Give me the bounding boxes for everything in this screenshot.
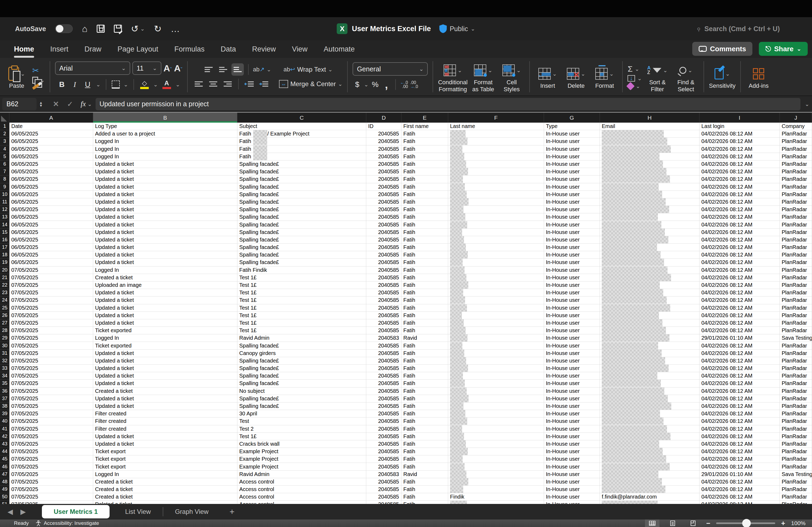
cell[interactable]: 2040585 <box>366 372 402 380</box>
cell[interactable]: Added a user to a project <box>93 130 237 138</box>
autosum-chevron-icon[interactable]: ⌄ <box>635 66 639 72</box>
cell[interactable]: PlanRadar <box>780 153 812 161</box>
cell[interactable] <box>448 403 544 410</box>
row-header-9[interactable]: 9 <box>0 183 10 191</box>
column-header-D[interactable]: D <box>366 113 402 123</box>
cell[interactable]: In-House user <box>544 221 600 228</box>
cell[interactable]: 2040585 <box>366 130 402 138</box>
cell[interactable]: Fatih <box>402 380 448 387</box>
cell[interactable]: Deleted a ticket <box>93 501 237 504</box>
cell[interactable]: Fatih <box>402 244 448 251</box>
cell[interactable]: PlanRadar <box>780 297 812 304</box>
row-header-49[interactable]: 49 <box>0 486 10 493</box>
font-color-chevron-icon[interactable]: ⌄ <box>176 82 180 87</box>
cell[interactable] <box>448 327 544 334</box>
cell[interactable]: Access control <box>237 501 366 504</box>
cell[interactable]: 07/05/2025 <box>10 403 93 410</box>
underline-button[interactable]: U <box>83 80 92 89</box>
cell[interactable]: Spalling facade£ <box>237 395 366 403</box>
cell[interactable]: 2040585 <box>366 229 402 236</box>
column-header-E[interactable]: E <box>402 113 448 123</box>
row-header-12[interactable]: 12 <box>0 206 10 213</box>
cell[interactable]: Ticket export <box>93 448 237 455</box>
cell[interactable]: In-House user <box>544 327 600 334</box>
cell[interactable] <box>448 289 544 297</box>
cell[interactable] <box>600 221 699 228</box>
cell[interactable]: Fatih <box>402 433 448 440</box>
cell[interactable]: PlanRadar <box>780 312 812 319</box>
find-select-button[interactable]: ⌄ Find &Select <box>673 61 699 93</box>
cell[interactable]: PlanRadar <box>780 191 812 198</box>
cell[interactable]: 07/05/2025 <box>10 455 93 463</box>
orientation-icon[interactable]: ab↗ <box>253 66 264 73</box>
cell[interactable] <box>600 486 699 493</box>
cell[interactable]: In-House user <box>544 198 600 206</box>
row-header-33[interactable]: 33 <box>0 365 10 372</box>
cell[interactable] <box>448 161 544 168</box>
cell[interactable]: 04/02/2026 08:12 AM <box>699 440 780 448</box>
cell[interactable]: Test 1£ <box>237 297 366 304</box>
comments-button[interactable]: Comments <box>692 42 752 56</box>
cell[interactable]: 2040585 <box>366 183 402 191</box>
column-header-J[interactable]: J <box>780 113 812 123</box>
cell[interactable]: Created a ticket <box>93 486 237 493</box>
cell[interactable]: 29/01/2026 01:10 AM <box>699 334 780 342</box>
autosum-icon[interactable]: Σ <box>627 64 633 74</box>
cell[interactable] <box>448 486 544 493</box>
cell[interactable]: 04/02/2026 08:12 AM <box>699 198 780 206</box>
row-header-32[interactable]: 32 <box>0 357 10 365</box>
cell[interactable]: Example Project <box>237 455 366 463</box>
cell[interactable]: 07/05/2025 <box>10 289 93 297</box>
cell[interactable] <box>448 380 544 387</box>
cell[interactable]: Ravid Admin <box>237 334 366 342</box>
cell[interactable]: In-House user <box>544 130 600 138</box>
cell[interactable]: 2040585 <box>366 312 402 319</box>
share-button[interactable]: ⎋ Share ⌄ <box>759 42 808 56</box>
cell[interactable]: Test 1£ <box>237 319 366 327</box>
cell[interactable] <box>448 267 544 274</box>
cell[interactable]: 07/05/2025 <box>10 440 93 448</box>
cell[interactable]: Test 1£ <box>237 312 366 319</box>
cell[interactable]: Access control <box>237 486 366 493</box>
cell[interactable]: Updated a ticket <box>93 198 237 206</box>
cell[interactable]: PlanRadar <box>780 350 812 357</box>
cell[interactable]: Fatih <box>402 206 448 213</box>
cell[interactable]: Fatih <box>402 418 448 425</box>
cell[interactable]: 04/02/2026 08:12 AM <box>699 236 780 244</box>
cell[interactable]: 2040585 <box>366 191 402 198</box>
cell[interactable]: In-House user <box>544 213 600 221</box>
cell[interactable] <box>448 213 544 221</box>
align-center-button[interactable] <box>207 78 219 90</box>
row-header-43[interactable]: 43 <box>0 440 10 448</box>
cell[interactable] <box>448 138 544 145</box>
cell[interactable]: 06/05/2025 <box>10 191 93 198</box>
column-header-G[interactable]: G <box>544 113 600 123</box>
row-header-37[interactable]: 37 <box>0 395 10 403</box>
cell[interactable]: Spalling facade£ <box>237 365 366 372</box>
cell[interactable] <box>600 146 699 153</box>
cell[interactable] <box>448 312 544 319</box>
row-header-27[interactable]: 27 <box>0 319 10 327</box>
cell[interactable]: Findik <box>448 493 544 501</box>
cell[interactable] <box>600 198 699 206</box>
zoom-slider[interactable] <box>716 523 775 524</box>
cell[interactable]: 2040585 <box>366 304 402 312</box>
cell[interactable]: Created a ticket <box>93 493 237 501</box>
cell[interactable]: Fatih <box>402 304 448 312</box>
cell[interactable] <box>600 191 699 198</box>
cell[interactable]: PlanRadar <box>780 146 812 153</box>
cell[interactable]: 07/05/2025 <box>10 327 93 334</box>
cell[interactable] <box>600 350 699 357</box>
cell[interactable]: 2040585 <box>366 395 402 403</box>
cell[interactable]: Logged In <box>93 334 237 342</box>
cell[interactable] <box>600 448 699 455</box>
cell[interactable] <box>448 471 544 478</box>
cell[interactable]: PlanRadar <box>780 130 812 138</box>
cell[interactable]: Example Project <box>237 463 366 470</box>
cell[interactable] <box>600 274 699 282</box>
cell[interactable] <box>600 433 699 440</box>
cell[interactable]: PlanRadar <box>780 425 812 433</box>
cell[interactable]: Spalling facade£ <box>237 236 366 244</box>
row-header-48[interactable]: 48 <box>0 478 10 486</box>
cell[interactable]: 06/05/2025 <box>10 138 93 145</box>
